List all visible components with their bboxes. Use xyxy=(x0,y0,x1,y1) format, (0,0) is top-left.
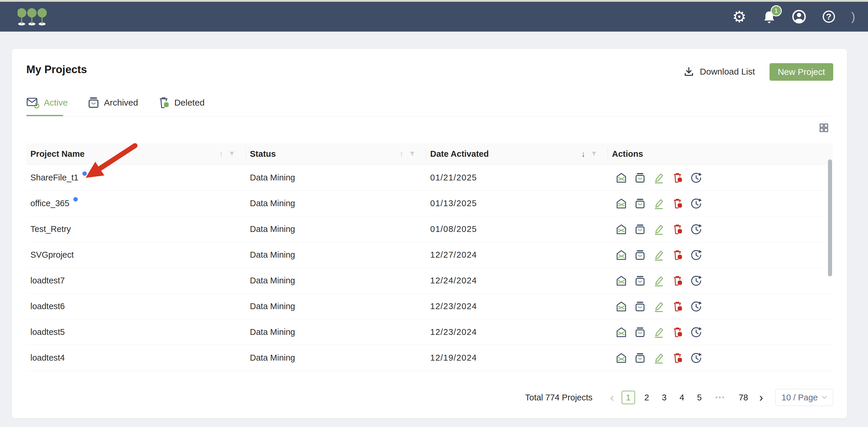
history-action-icon[interactable] xyxy=(690,352,702,364)
edit-action-icon[interactable] xyxy=(653,249,664,261)
column-label: Date Activated xyxy=(430,149,489,159)
history-action-icon[interactable] xyxy=(690,326,702,338)
pagination-ellipsis[interactable]: ••• xyxy=(708,393,732,402)
download-list-label: Download List xyxy=(700,67,755,77)
settings-gear-icon[interactable]: ⚙ xyxy=(732,9,747,24)
status-cell: Data Mining xyxy=(246,173,426,182)
notifications-bell-icon[interactable]: 1 xyxy=(762,9,777,24)
edit-action-icon[interactable] xyxy=(653,223,664,235)
actions-cell xyxy=(608,352,833,364)
tab-deleted[interactable]: Deleted xyxy=(157,95,204,110)
edit-action-icon[interactable] xyxy=(653,326,664,338)
project-name-cell[interactable]: loadtest4 xyxy=(26,353,246,363)
history-action-icon[interactable] xyxy=(690,275,702,287)
delete-action-icon[interactable] xyxy=(672,326,683,338)
page-number[interactable]: 5 xyxy=(691,393,708,402)
sort-down-arrow-icon[interactable]: ↓ xyxy=(581,149,585,159)
project-name-cell[interactable]: loadtest6 xyxy=(26,302,246,311)
edit-action-icon[interactable] xyxy=(653,275,664,287)
delete-action-icon[interactable] xyxy=(672,352,683,364)
page-number[interactable]: 3 xyxy=(655,393,673,402)
date-activated-cell: 12/23/2024 xyxy=(426,302,608,311)
project-name-cell[interactable]: office_365 xyxy=(26,199,246,208)
edit-action-icon[interactable] xyxy=(653,301,664,312)
project-name-cell[interactable]: loadtest5 xyxy=(26,327,246,337)
column-label: Project Name xyxy=(30,149,85,159)
filter-funnel-icon[interactable] xyxy=(409,151,415,157)
delete-action-icon[interactable] xyxy=(672,301,683,312)
edit-action-icon[interactable] xyxy=(653,352,664,364)
project-name: SVGproject xyxy=(30,250,74,260)
download-list-button[interactable]: Download List xyxy=(684,66,755,77)
project-name-cell[interactable]: Test_Retry xyxy=(26,224,246,234)
open-mail-action-icon[interactable] xyxy=(616,172,627,184)
open-mail-action-icon[interactable] xyxy=(616,352,627,364)
topbar: ⚙ 1 ? ) xyxy=(0,2,868,32)
sort-up-arrow-icon[interactable]: ↑ xyxy=(219,149,223,159)
edit-action-icon[interactable] xyxy=(653,172,664,184)
previous-page-chevron-icon[interactable]: ‹ xyxy=(605,391,618,404)
open-mail-action-icon[interactable] xyxy=(616,223,627,235)
delete-action-icon[interactable] xyxy=(672,249,683,261)
archive-action-icon[interactable] xyxy=(634,301,646,312)
next-page-chevron-icon[interactable]: › xyxy=(754,391,768,404)
blue-notification-dot xyxy=(73,197,78,201)
my-projects-card: My Projects Download List New Project Ac… xyxy=(12,49,847,418)
delete-action-icon[interactable] xyxy=(672,223,683,235)
archive-action-icon[interactable] xyxy=(634,198,646,209)
actions-cell xyxy=(608,223,833,235)
page-number[interactable]: 2 xyxy=(638,393,655,402)
table-row: Test_RetryData Mining01/08/2025 xyxy=(26,217,833,242)
history-action-icon[interactable] xyxy=(690,249,702,261)
archive-action-icon[interactable] xyxy=(634,352,646,364)
actions-cell xyxy=(608,198,833,209)
chevron-down-icon xyxy=(822,396,827,399)
table-vertical-scrollbar[interactable] xyxy=(828,160,832,276)
history-action-icon[interactable] xyxy=(690,198,702,209)
open-mail-action-icon[interactable] xyxy=(616,301,627,312)
user-avatar-icon[interactable] xyxy=(792,9,806,24)
table-row: loadtest6Data Mining12/23/2024 xyxy=(26,294,833,319)
delete-action-icon[interactable] xyxy=(672,198,683,209)
open-mail-action-icon[interactable] xyxy=(616,249,627,261)
help-icon[interactable]: ? xyxy=(822,9,836,24)
date-activated-cell: 01/21/2025 xyxy=(426,173,608,182)
filter-funnel-icon[interactable] xyxy=(229,151,235,157)
column-header-project-name: Project Name↑ xyxy=(26,143,246,165)
archive-action-icon[interactable] xyxy=(634,249,646,261)
archive-action-icon[interactable] xyxy=(634,275,646,287)
pagination-total: Total 774 Projects xyxy=(525,393,593,402)
page-number[interactable]: 4 xyxy=(673,393,691,402)
sort-up-arrow-icon[interactable]: ↑ xyxy=(400,149,404,159)
tab-archived[interactable]: Archived xyxy=(87,95,138,110)
edit-action-icon[interactable] xyxy=(653,198,664,209)
page-number-current[interactable]: 1 xyxy=(622,391,635,404)
history-action-icon[interactable] xyxy=(690,301,702,312)
project-name-cell[interactable]: ShareFile_t1 xyxy=(26,173,246,182)
project-name-cell[interactable]: loadtest7 xyxy=(26,276,246,285)
open-mail-action-icon[interactable] xyxy=(616,326,627,338)
status-cell: Data Mining xyxy=(246,224,426,234)
archive-action-icon[interactable] xyxy=(634,172,646,184)
history-action-icon[interactable] xyxy=(690,172,702,184)
archive-action-icon[interactable] xyxy=(634,223,646,235)
pagination: Total 774 Projects‹12345•••78›10 / Page xyxy=(525,389,833,406)
project-name-cell[interactable]: SVGproject xyxy=(26,250,246,260)
project-name: loadtest5 xyxy=(30,327,65,337)
new-project-button[interactable]: New Project xyxy=(770,63,833,81)
actions-cell xyxy=(608,301,833,312)
open-mail-action-icon[interactable] xyxy=(616,275,627,287)
delete-action-icon[interactable] xyxy=(672,275,683,287)
open-mail-action-icon[interactable] xyxy=(616,198,627,209)
download-icon xyxy=(684,66,694,77)
filter-funnel-icon[interactable] xyxy=(591,151,597,157)
table-row: loadtest7Data Mining12/24/2024 xyxy=(26,268,833,294)
tab-active[interactable]: Active xyxy=(26,95,68,110)
delete-action-icon[interactable] xyxy=(672,172,683,184)
page-number-last[interactable]: 78 xyxy=(732,393,754,402)
archive-action-icon[interactable] xyxy=(634,326,646,338)
grid-view-toggle-icon[interactable] xyxy=(819,123,828,132)
page-size-select[interactable]: 10 / Page xyxy=(775,389,833,406)
app-logo-trees-icon[interactable] xyxy=(18,6,47,27)
history-action-icon[interactable] xyxy=(690,223,702,235)
